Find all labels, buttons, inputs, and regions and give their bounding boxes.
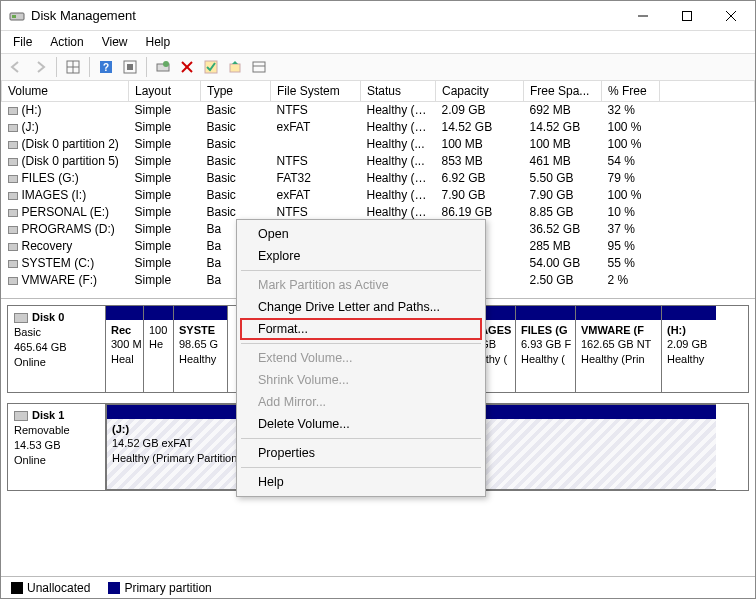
ctx-extend: Extend Volume... [240, 347, 482, 369]
partition[interactable]: FILES (G6.93 GB FHealthy ( [516, 306, 576, 392]
drive-icon [8, 107, 18, 115]
app-icon [9, 8, 25, 24]
svg-rect-3 [683, 11, 692, 20]
column-headers[interactable]: Volume Layout Type File System Status Ca… [2, 81, 755, 102]
grid-icon[interactable] [62, 56, 84, 78]
help-icon[interactable]: ? [95, 56, 117, 78]
ctx-change-letter[interactable]: Change Drive Letter and Paths... [240, 296, 482, 318]
legend-primary: Primary partition [108, 581, 211, 595]
disk-info[interactable]: Disk 1Removable14.53 GBOnline [8, 404, 106, 490]
drive-icon [8, 158, 18, 166]
svg-point-14 [163, 61, 169, 67]
list-icon[interactable] [248, 56, 270, 78]
partition[interactable]: SYSTE98.65 GHealthy [174, 306, 228, 392]
delete-icon[interactable] [176, 56, 198, 78]
disk-info[interactable]: Disk 0Basic465.64 GBOnline [8, 306, 106, 392]
context-menu: Open Explore Mark Partition as Active Ch… [236, 219, 486, 497]
disk-icon [14, 313, 28, 323]
drive-icon [8, 277, 18, 285]
volume-row[interactable]: (Disk 0 partition 2)SimpleBasicHealthy (… [2, 136, 755, 153]
volume-row[interactable]: (J:)SimpleBasicexFATHealthy (P...14.52 G… [2, 119, 755, 136]
col-freespace[interactable]: Free Spa... [524, 81, 602, 102]
ctx-shrink: Shrink Volume... [240, 369, 482, 391]
partition[interactable]: 100He [144, 306, 174, 392]
check-icon[interactable] [200, 56, 222, 78]
volume-row[interactable]: FILES (G:)SimpleBasicFAT32Healthy (P...6… [2, 170, 755, 187]
svg-rect-12 [127, 64, 133, 70]
legend: Unallocated Primary partition [1, 576, 755, 598]
maximize-button[interactable] [665, 2, 709, 30]
ctx-properties[interactable]: Properties [240, 442, 482, 464]
col-volume[interactable]: Volume [2, 81, 129, 102]
ctx-open[interactable]: Open [240, 223, 482, 245]
ctx-add-mirror: Add Mirror... [240, 391, 482, 413]
volume-row[interactable]: (H:)SimpleBasicNTFSHealthy (P...2.09 GB6… [2, 102, 755, 119]
drive-icon [8, 209, 18, 217]
back-button[interactable] [5, 56, 27, 78]
disk-icon [14, 411, 28, 421]
menubar: File Action View Help [1, 31, 755, 53]
drive-icon [8, 226, 18, 234]
settings-icon[interactable] [119, 56, 141, 78]
drive-icon [8, 260, 18, 268]
col-layout[interactable]: Layout [129, 81, 201, 102]
ctx-format[interactable]: Format... [240, 318, 482, 340]
action-icon[interactable] [224, 56, 246, 78]
ctx-delete[interactable]: Delete Volume... [240, 413, 482, 435]
toolbar: ? [1, 53, 755, 81]
volume-row[interactable]: IMAGES (I:)SimpleBasicexFATHealthy (P...… [2, 187, 755, 204]
menu-file[interactable]: File [5, 33, 40, 51]
col-filesystem[interactable]: File System [271, 81, 361, 102]
col-type[interactable]: Type [201, 81, 271, 102]
refresh-icon[interactable] [152, 56, 174, 78]
col-status[interactable]: Status [361, 81, 436, 102]
ctx-explore[interactable]: Explore [240, 245, 482, 267]
partition[interactable]: (H:)2.09 GBHealthy [662, 306, 716, 392]
svg-rect-1 [12, 15, 16, 18]
ctx-mark-active: Mark Partition as Active [240, 274, 482, 296]
svg-rect-18 [230, 64, 240, 72]
col-pctfree[interactable]: % Free [602, 81, 660, 102]
titlebar: Disk Management [1, 1, 755, 31]
drive-icon [8, 141, 18, 149]
svg-text:?: ? [103, 62, 109, 73]
window-title: Disk Management [31, 8, 621, 23]
close-button[interactable] [709, 2, 753, 30]
partition[interactable]: Rec300 MHeal [106, 306, 144, 392]
drive-icon [8, 243, 18, 251]
svg-rect-19 [253, 62, 265, 72]
ctx-help[interactable]: Help [240, 471, 482, 493]
minimize-button[interactable] [621, 2, 665, 30]
partition[interactable]: VMWARE (F162.65 GB NTHealthy (Prin [576, 306, 662, 392]
legend-unallocated: Unallocated [11, 581, 90, 595]
volume-row[interactable]: (Disk 0 partition 5)SimpleBasicNTFSHealt… [2, 153, 755, 170]
drive-icon [8, 175, 18, 183]
drive-icon [8, 124, 18, 132]
volume-row[interactable]: PERSONAL (E:)SimpleBasicNTFSHealthy (P..… [2, 204, 755, 221]
col-capacity[interactable]: Capacity [436, 81, 524, 102]
disk-management-window: Disk Management File Action View Help ? [0, 0, 756, 599]
drive-icon [8, 192, 18, 200]
menu-help[interactable]: Help [138, 33, 179, 51]
forward-button[interactable] [29, 56, 51, 78]
menu-view[interactable]: View [94, 33, 136, 51]
menu-action[interactable]: Action [42, 33, 91, 51]
